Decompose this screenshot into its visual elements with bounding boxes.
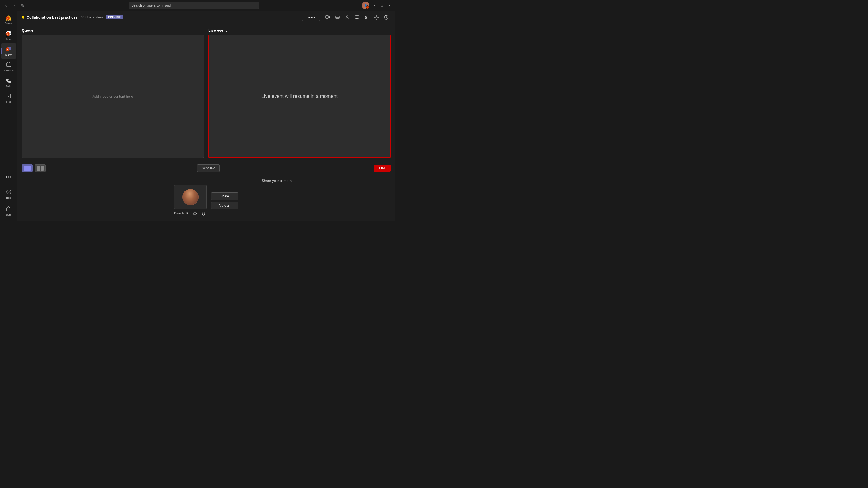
bottom-controls: Send live End [18, 162, 395, 174]
sidebar-label-store: Store [6, 214, 12, 216]
search-area: Search or type a command [26, 2, 362, 9]
forward-button[interactable]: › [11, 2, 18, 9]
queue-area[interactable]: Add video or content here [22, 35, 204, 158]
svg-rect-17 [355, 16, 359, 19]
close-button[interactable]: × [387, 3, 392, 8]
main-content: Collaboration best practices 3333 attend… [18, 11, 395, 221]
sidebar-label-teams: Teams [5, 54, 12, 56]
participant-avatar [182, 189, 198, 205]
search-box[interactable]: Search or type a command [129, 2, 259, 9]
layout-full-button[interactable] [22, 164, 33, 172]
queue-title: Queue [22, 28, 204, 33]
sidebar-label-meetings: Meetings [3, 69, 13, 72]
sidebar-item-activity[interactable]: 🔔2 Activity [1, 12, 16, 27]
activity-icon: 🔔2 [5, 14, 12, 21]
send-live-button[interactable]: Send live [197, 164, 220, 172]
attendee-icon[interactable] [343, 13, 351, 22]
sidebar-item-calls[interactable]: Calls [1, 75, 16, 90]
back-button[interactable]: ‹ [3, 2, 9, 9]
calls-icon [6, 77, 11, 84]
event-status-indicator [22, 16, 24, 19]
settings-icon[interactable] [372, 13, 381, 22]
sidebar-item-teams[interactable]: 1 Teams [1, 43, 16, 59]
compose-button[interactable]: ✎ [19, 2, 26, 9]
share-mute-buttons: Share Mute all [211, 193, 238, 209]
sidebar-item-store[interactable]: Store [1, 203, 16, 219]
avatar-image: 👤 [362, 2, 369, 9]
maximize-button[interactable]: □ [379, 3, 384, 8]
live-area: Live event will resume in a moment [208, 35, 391, 158]
svg-rect-11 [6, 208, 11, 211]
svg-text:?: ? [8, 190, 10, 194]
svg-rect-25 [194, 213, 196, 215]
svg-point-24 [386, 16, 386, 17]
chat-badge: 1 [6, 32, 10, 36]
svg-rect-2 [6, 63, 11, 67]
camera-video-preview[interactable] [174, 185, 207, 209]
more-icon: ••• [6, 175, 11, 179]
sidebar-item-chat[interactable]: 💬1 Chat [1, 28, 16, 43]
window-controls: 👤 − □ × [362, 2, 392, 9]
sidebar-label-help: Help [6, 197, 11, 199]
teams-icon: 1 [6, 46, 12, 53]
live-message: Live event will resume in a moment [261, 94, 337, 99]
sidebar-label-activity: Activity [5, 22, 12, 24]
sidebar-item-files[interactable]: Files [1, 91, 16, 106]
event-header: Collaboration best practices 3333 attend… [18, 11, 395, 24]
chat-panel-icon[interactable] [352, 13, 361, 22]
teams-badge: 1 [6, 47, 9, 51]
camera-video-toggle[interactable] [192, 210, 198, 217]
store-icon [6, 206, 11, 213]
sidebar-label-chat: Chat [6, 37, 11, 40]
main-panels: Queue Add video or content here Live eve… [18, 24, 395, 162]
sidebar-item-more[interactable]: ••• [1, 170, 16, 185]
mute-all-button[interactable]: Mute all [211, 202, 238, 209]
layout-split-button[interactable] [35, 164, 45, 172]
end-button[interactable]: End [373, 165, 391, 172]
user-avatar[interactable]: 👤 [362, 2, 369, 9]
search-placeholder: Search or type a command [131, 3, 170, 7]
sidebar-label-files: Files [6, 101, 11, 103]
live-panel: Live event Live event will resume in a m… [208, 28, 391, 158]
chat-icon: 💬1 [5, 30, 12, 37]
svg-rect-26 [203, 212, 204, 214]
info-icon[interactable] [382, 13, 391, 22]
minimize-button[interactable]: − [372, 3, 377, 8]
camera-mic-toggle[interactable] [200, 210, 207, 217]
camera-card: Danielle B... [174, 185, 207, 217]
nav-buttons: ‹ › ✎ [3, 2, 26, 9]
sidebar-item-meetings[interactable]: Meetings [1, 59, 16, 74]
activity-badge: 2 [6, 16, 10, 20]
layout-split-icon [37, 166, 44, 170]
queue-panel: Queue Add video or content here [22, 28, 204, 158]
sidebar-bottom: ••• ? Help Store [1, 170, 16, 221]
leave-button[interactable]: Leave [302, 14, 320, 21]
meetings-icon [6, 62, 11, 69]
sidebar: 🔔2 Activity 💬1 Chat 1 Teams [0, 11, 18, 221]
camera-section: Share your camera Danielle B... [18, 174, 395, 221]
avatar-img [182, 189, 198, 205]
live-event-title: Live event [208, 28, 391, 33]
event-title: Collaboration best practices [27, 15, 78, 20]
participant-name: Danielle B... [174, 212, 190, 215]
share-camera-button[interactable]: Share [211, 193, 238, 200]
title-bar: ‹ › ✎ Search or type a command 👤 − □ × [0, 0, 395, 11]
svg-rect-12 [326, 16, 329, 19]
toolbar-icons [323, 13, 391, 22]
svg-point-16 [346, 16, 348, 18]
help-icon: ? [6, 189, 11, 196]
svg-point-18 [365, 16, 367, 18]
layout-full-icon [24, 166, 31, 170]
camera-share-icon[interactable] [323, 13, 332, 22]
svg-point-21 [376, 17, 377, 18]
sidebar-item-help[interactable]: ? Help [1, 187, 16, 202]
sidebar-label-calls: Calls [6, 85, 11, 88]
files-icon [6, 93, 11, 100]
caption-icon[interactable] [333, 13, 342, 22]
camera-section-title: Share your camera [262, 178, 292, 183]
attendees-count: 3333 attendees [81, 15, 103, 19]
add-participant-icon[interactable] [362, 13, 371, 22]
queue-placeholder: Add video or content here [93, 94, 133, 98]
app-body: 🔔2 Activity 💬1 Chat 1 Teams [0, 11, 395, 221]
pre-live-badge: PRE-LIVE [106, 15, 123, 19]
